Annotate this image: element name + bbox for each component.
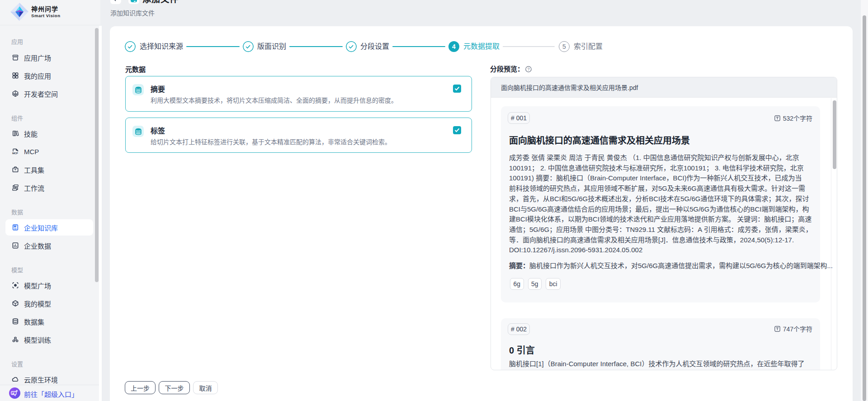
svg-text:?: ? [527,67,529,71]
svg-text:MCP: MCP [12,152,18,155]
